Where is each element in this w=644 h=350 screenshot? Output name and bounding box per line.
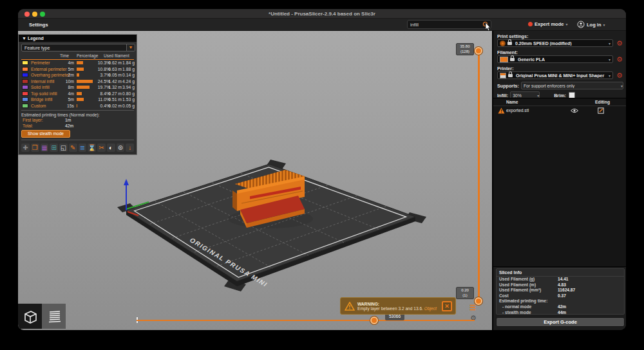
mmu-paint-icon[interactable]: ◐ — [107, 143, 115, 152]
supports-combo[interactable]: For support enforcers only ▾ — [521, 82, 623, 89]
percentage-bar — [77, 104, 77, 107]
title-bar[interactable]: *Untitled - PrusaSlicer-2.9.4 based on S… — [18, 9, 626, 19]
place-on-face-icon[interactable]: ◱ — [59, 143, 68, 152]
expert-mode-dot-icon — [528, 22, 533, 26]
feature-color-swatch — [22, 85, 28, 89]
preview-view-button[interactable] — [42, 304, 66, 329]
chevron-down-icon: ▾ — [609, 73, 612, 78]
layers-stack-icon — [46, 309, 62, 324]
filament-color-swatch — [500, 57, 508, 62]
layer-slider-bottom-tooltip: 0.20 (1) — [456, 287, 474, 299]
sliced-info-row: - normal mode42m — [497, 304, 624, 310]
move-slider-track[interactable] — [137, 320, 475, 321]
legend-header[interactable]: ▼ Legend — [19, 35, 137, 42]
pull-down-icon[interactable]: ↓ — [126, 143, 134, 152]
total-time-row: Total: 42m — [21, 124, 134, 129]
feature-color-swatch — [22, 104, 28, 108]
close-icon[interactable]: ✕ — [442, 301, 452, 311]
supports-row: Supports: For support enforcers only ▾ — [497, 82, 623, 89]
edit-printer-gear-icon[interactable]: ⚙ — [615, 71, 624, 80]
printer-combo[interactable]: Original Prusa MINI & MINI+ Input Shaper… — [497, 71, 613, 79]
filament-combo[interactable]: Generic PLA ▾ — [497, 55, 613, 63]
z-axis-arrow — [124, 179, 129, 185]
view-mode-switch — [18, 304, 66, 329]
lock-icon — [507, 42, 512, 45]
hourglass-icon[interactable]: ⌛ — [88, 143, 96, 152]
mode-selector[interactable]: Expert mode ▾ — [528, 21, 567, 27]
main-area: ORIGINAL PRUSA MINI — [18, 31, 626, 330]
combo-chevron-icon: ▼ — [126, 44, 135, 51]
export-gcode-button[interactable]: Export G-code — [496, 317, 625, 327]
app-window: *Untitled - PrusaSlicer-2.9.4 based on S… — [18, 9, 626, 330]
legend-panel: ▼ Legend Feature type ▼ Time Percentage … — [18, 34, 137, 155]
cube-icon — [23, 309, 38, 324]
layers-icon[interactable]: ☰ — [469, 304, 476, 312]
legend-row: Solid infill 8m 19.7% 1.32 m 3.94 g — [21, 84, 134, 91]
edit-print-settings-gear-icon[interactable]: ⚙ — [615, 39, 624, 48]
layer-slider-track[interactable] — [478, 50, 480, 301]
sliced-info-row: Used Filament (m)4.83 — [497, 282, 624, 288]
divider — [21, 140, 134, 140]
warning-link[interactable]: Object — [424, 306, 437, 311]
view-type-value: Feature type — [22, 46, 126, 50]
legend-row: External perimeter 5m 10.8% 0.63 m 1.88 … — [21, 66, 134, 73]
viewport-3d[interactable]: ORIGINAL PRUSA MINI — [18, 31, 492, 330]
legend-row: Internal infill 10m 24.5% 1.42 m 4.24 g — [21, 78, 134, 85]
percentage-bar — [77, 61, 83, 64]
print-settings-combo[interactable]: 0.20mm SPEED (modified) ▾ — [497, 39, 613, 47]
legend-row: Overhang perimeter 2m 3.7% 0.05 m 0.14 g — [21, 72, 134, 78]
sliced-info-row: Estimated printing time: — [497, 299, 624, 304]
feature-color-swatch — [22, 60, 28, 65]
feature-color-swatch — [22, 97, 28, 102]
legend-column-headers: Time Percentage Used filament — [21, 53, 134, 60]
feature-color-swatch — [22, 91, 28, 96]
settings-sidebar: Print settings: 0.20mm SPEED (modified) … — [492, 31, 626, 330]
object-row[interactable]: exported.stl — [493, 106, 626, 115]
user-icon — [577, 21, 585, 28]
first-layer-time-row: First layer: 1m — [21, 118, 134, 124]
show-stealth-mode-button[interactable]: Show stealth mode — [21, 130, 70, 138]
chevron-down-icon: ▾ — [537, 93, 539, 98]
sliced-info-row: Used Filament (mm³)11624.87 — [497, 288, 624, 293]
printer-label: Printer: — [497, 66, 514, 71]
lock-icon — [510, 58, 515, 61]
paint-icon[interactable]: ✎ — [69, 143, 77, 152]
eye-icon[interactable] — [571, 108, 578, 113]
login-control[interactable]: Log in ▾ — [577, 21, 605, 28]
percentage-bar — [77, 92, 82, 95]
layer-slider-top-tooltip: 35.80 (128) — [456, 43, 474, 55]
sliced-info-panel: Sliced Info Used Filament (g)14.41 Used … — [496, 268, 625, 315]
slider-settings-gear-icon[interactable]: ⚙ — [470, 314, 477, 322]
view-type-combo[interactable]: Feature type ▼ — [21, 44, 135, 51]
percentage-bar — [77, 68, 84, 71]
seam-paint-icon[interactable]: ✂ — [97, 143, 106, 152]
tab-settings[interactable]: Settings — [27, 21, 50, 28]
tab-strip: Settings Expert mode ▾ Log in ▾ — [18, 19, 626, 31]
layer-slider-top-handle[interactable] — [475, 47, 482, 55]
object-list-header: Name Editing — [493, 98, 626, 106]
variable-layer-height-icon[interactable]: ≣ — [79, 143, 87, 152]
add-icon[interactable]: ✚ — [21, 143, 30, 152]
divider — [21, 110, 134, 111]
sliced-info-row: - stealth mode44m — [497, 310, 624, 316]
collapse-triangle-icon: ▼ — [22, 36, 28, 41]
warning-title: WARNING: — [357, 302, 442, 306]
search-box[interactable] — [407, 20, 491, 29]
sliced-info-row: Cost0.37 — [497, 293, 624, 299]
object-list: Name Editing exported.stl — [493, 98, 626, 267]
edit-filament-gear-icon[interactable]: ⚙ — [615, 55, 624, 64]
wheel-icon[interactable]: ⊛ — [117, 143, 125, 152]
arrange-icon[interactable]: ▦ — [41, 143, 49, 152]
search-input[interactable] — [408, 22, 482, 28]
editor-view-button[interactable] — [18, 304, 42, 329]
feature-color-swatch — [22, 67, 28, 71]
chevron-down-icon: ▾ — [609, 41, 612, 46]
edit-icon[interactable] — [598, 107, 604, 114]
copy-icon[interactable]: ⊞ — [50, 143, 58, 152]
percentage-bar — [77, 73, 79, 77]
lock-icon — [508, 74, 513, 77]
move-slider-handle[interactable] — [370, 317, 378, 324]
feature-color-swatch — [22, 73, 28, 77]
import-box-icon[interactable]: ❒ — [31, 143, 39, 152]
chevron-down-icon: ▾ — [609, 57, 612, 62]
